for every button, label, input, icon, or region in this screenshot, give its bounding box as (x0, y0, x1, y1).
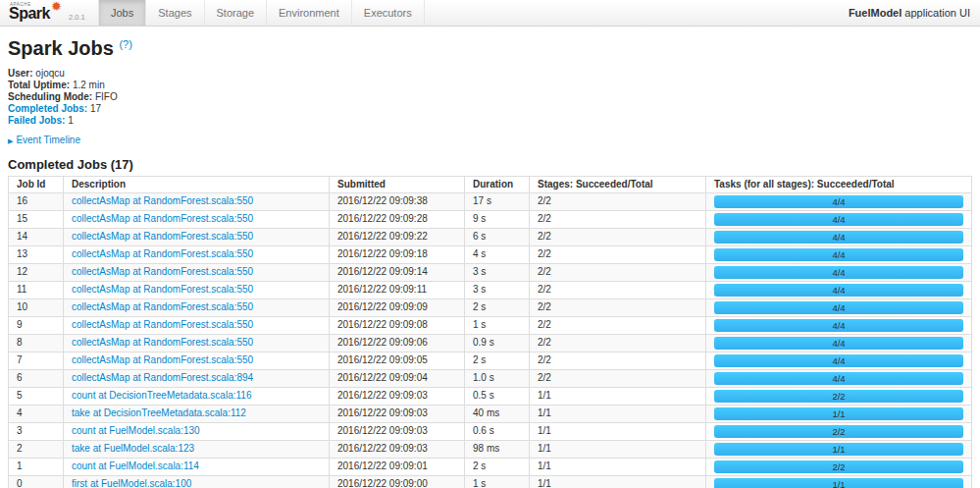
job-id-cell: 16 (9, 192, 64, 210)
tasks-progress-text: 4/4 (714, 248, 963, 261)
job-id-cell: 10 (9, 298, 64, 316)
tasks-progress-bar: 2/2 (714, 461, 963, 473)
tasks-progress-text: 1/1 (714, 478, 963, 488)
job-description-cell: collectAsMap at RandomForest.scala:550 (64, 316, 330, 334)
job-id-cell: 8 (9, 334, 64, 352)
job-row: 13collectAsMap at RandomForest.scala:550… (9, 245, 972, 263)
tab-executors[interactable]: Executors (352, 0, 425, 26)
job-submitted-cell: 2016/12/22 09:09:18 (330, 245, 465, 263)
job-description-cell: collectAsMap at RandomForest.scala:550 (64, 245, 330, 263)
job-submitted-cell: 2016/12/22 09:09:05 (330, 352, 465, 369)
job-description-link[interactable]: collectAsMap at RandomForest.scala:550 (72, 195, 253, 206)
job-stages-cell: 1/1 (530, 405, 706, 422)
completed-jobs-heading: Completed Jobs (17) (8, 157, 972, 172)
column-header[interactable]: Submitted (330, 177, 465, 193)
job-description-cell: count at FuelModel.scala:114 (64, 458, 330, 475)
job-description-link[interactable]: collectAsMap at RandomForest.scala:550 (72, 284, 253, 295)
job-duration-cell: 1 s (465, 316, 530, 334)
tasks-progress-bar: 4/4 (714, 337, 963, 350)
tasks-progress-bar: 1/1 (714, 478, 963, 488)
job-description-cell: first at FuelModel.scala:100 (64, 475, 330, 488)
job-duration-cell: 3 s (465, 263, 530, 281)
job-tasks-cell: 4/4 (706, 210, 972, 228)
job-row: 6collectAsMap at RandomForest.scala:8942… (9, 369, 972, 387)
job-row: 4take at DecisionTreeMetadata.scala:1122… (9, 405, 972, 422)
job-description-link[interactable]: collectAsMap at RandomForest.scala:550 (72, 231, 253, 242)
job-stages-cell: 1/1 (530, 458, 706, 475)
event-timeline-toggle[interactable]: ▶Event Timeline (8, 135, 972, 145)
job-duration-cell: 4 s (465, 245, 530, 263)
help-link[interactable]: (?) (119, 38, 131, 50)
tab-stages[interactable]: Stages (146, 0, 204, 26)
job-id-cell: 9 (9, 316, 64, 334)
job-description-cell: take at DecisionTreeMetadata.scala:112 (64, 405, 330, 422)
top-navbar: APACHE Spark ✹ 2.0.1 JobsStagesStorageEn… (0, 0, 980, 27)
tasks-progress-bar: 4/4 (714, 301, 963, 314)
tasks-progress-text: 1/1 (714, 443, 963, 456)
tasks-progress-text: 4/4 (714, 301, 963, 314)
job-row: 9collectAsMap at RandomForest.scala:5502… (9, 316, 972, 334)
job-tasks-cell: 2/2 (706, 387, 972, 405)
job-description-link[interactable]: collectAsMap at RandomForest.scala:550 (72, 354, 253, 365)
job-description-link[interactable]: count at FuelModel.scala:130 (72, 425, 200, 436)
job-description-link[interactable]: collectAsMap at RandomForest.scala:550 (72, 319, 253, 330)
job-description-link[interactable]: collectAsMap at RandomForest.scala:550 (72, 337, 253, 348)
summary-label-link[interactable]: Completed Jobs: (8, 103, 87, 114)
tab-environment[interactable]: Environment (267, 0, 352, 26)
tasks-progress-bar: 4/4 (714, 248, 963, 261)
spark-logo[interactable]: APACHE Spark ✹ 2.0.1 (0, 0, 98, 26)
tab-storage[interactable]: Storage (205, 0, 268, 26)
job-row: 5count at DecisionTreeMetadata.scala:116… (9, 387, 972, 405)
spark-star-icon: ✹ (51, 0, 62, 14)
job-description-link[interactable]: take at DecisionTreeMetadata.scala:112 (72, 407, 246, 418)
tasks-progress-text: 4/4 (714, 354, 963, 367)
job-duration-cell: 9 s (465, 210, 530, 228)
job-description-link[interactable]: collectAsMap at RandomForest.scala:550 (72, 301, 253, 312)
column-header[interactable]: Tasks (for all stages): Succeeded/Total (706, 177, 972, 193)
job-stages-cell: 1/1 (530, 422, 706, 440)
tasks-progress-bar: 4/4 (714, 372, 963, 385)
tasks-progress-text: 2/2 (714, 461, 963, 473)
job-submitted-cell: 2016/12/22 09:09:22 (330, 228, 465, 245)
job-duration-cell: 1.0 s (465, 369, 530, 387)
tasks-progress-text: 1/1 (714, 407, 963, 420)
job-description-link[interactable]: collectAsMap at RandomForest.scala:894 (72, 372, 253, 383)
job-row: 10collectAsMap at RandomForest.scala:550… (9, 298, 972, 316)
expand-arrow-icon: ▶ (8, 137, 13, 144)
job-duration-cell: 6 s (465, 228, 530, 245)
tab-jobs[interactable]: Jobs (98, 0, 146, 26)
job-tasks-cell: 4/4 (706, 228, 972, 245)
job-duration-cell: 3 s (465, 281, 530, 298)
job-stages-cell: 2/2 (530, 192, 706, 210)
application-ui-label: FuelModel application UI (849, 0, 980, 26)
job-description-link[interactable]: count at FuelModel.scala:114 (72, 461, 199, 471)
job-description-link[interactable]: collectAsMap at RandomForest.scala:550 (72, 213, 253, 224)
job-id-cell: 6 (9, 369, 64, 387)
column-header[interactable]: Stages: Succeeded/Total (530, 177, 706, 193)
column-header[interactable]: Description (64, 177, 330, 193)
job-submitted-cell: 2016/12/22 09:09:28 (330, 210, 465, 228)
job-description-link[interactable]: count at DecisionTreeMetadata.scala:116 (72, 390, 251, 401)
job-description-link[interactable]: take at FuelModel.scala:123 (72, 443, 194, 454)
column-header[interactable]: Duration (465, 177, 530, 193)
job-duration-cell: 1 s (465, 475, 530, 488)
summary-list: User: ojoqcuTotal Uptime: 1.2 minSchedul… (8, 68, 972, 127)
job-description-link[interactable]: collectAsMap at RandomForest.scala:550 (72, 266, 253, 277)
job-id-cell: 13 (9, 245, 64, 263)
job-description-link[interactable]: collectAsMap at RandomForest.scala:550 (72, 248, 253, 259)
job-id-cell: 0 (9, 475, 64, 488)
job-row: 8collectAsMap at RandomForest.scala:5502… (9, 334, 972, 352)
job-stages-cell: 1/1 (530, 387, 706, 405)
tasks-progress-bar: 4/4 (714, 195, 963, 208)
column-header[interactable]: Job Id (9, 177, 64, 193)
tasks-progress-text: 4/4 (714, 213, 963, 226)
job-tasks-cell: 4/4 (706, 281, 972, 298)
job-tasks-cell: 4/4 (706, 263, 972, 281)
tasks-progress-text: 4/4 (714, 231, 963, 244)
job-description-link[interactable]: first at FuelModel.scala:100 (72, 478, 191, 488)
job-duration-cell: 40 ms (465, 405, 530, 422)
summary-label-link[interactable]: Failed Jobs: (8, 115, 65, 126)
job-stages-cell: 2/2 (530, 352, 706, 369)
job-submitted-cell: 2016/12/22 09:09:09 (330, 298, 465, 316)
job-id-cell: 12 (9, 263, 64, 281)
